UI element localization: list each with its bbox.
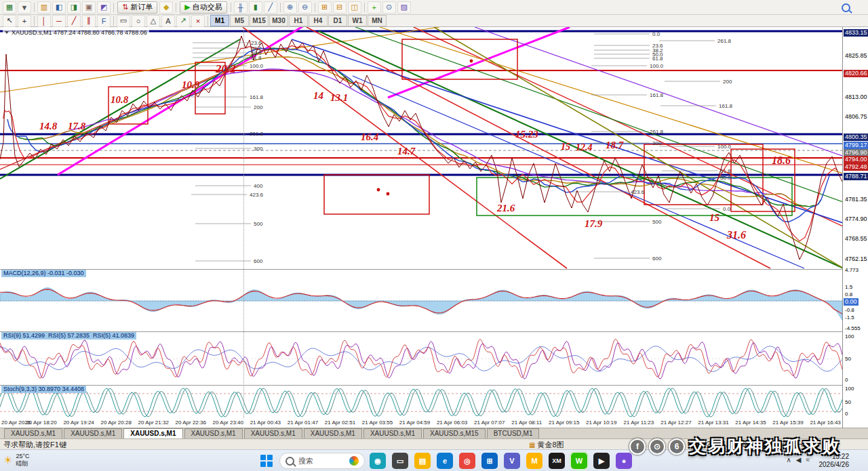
start-button[interactable] [260, 455, 273, 467]
timeframe-w1-button[interactable]: W1 [348, 15, 367, 26]
xm-icon[interactable]: XM [549, 453, 565, 469]
candlestick-icon[interactable]: ▮ [249, 1, 262, 14]
templates-icon[interactable]: ▨ [397, 1, 411, 14]
desktop-icon[interactable]: ▭ [392, 453, 408, 469]
timeframe-mn-button[interactable]: MN [368, 15, 387, 26]
weather-desc: 晴朗 [16, 460, 29, 468]
new-order-button[interactable]: ⇅新订单 [117, 1, 157, 14]
chart-tab[interactable]: XAUUSD.s,M1 [244, 428, 302, 438]
search-icon[interactable] [842, 3, 850, 12]
axis-time-label: 21 Apr 10:19 [586, 419, 616, 426]
fibonacci-icon-glyph-icon: F [102, 17, 106, 25]
chart-tab[interactable]: XAUUSD.s,M1 [304, 428, 362, 438]
watermark-icon: f [629, 438, 646, 455]
strategy-tester-icon-glyph-icon: ◩ [100, 3, 107, 12]
rsi-label: RSI(9) 51.4299 RSI(5) 57.2835 RSI(5) 41.… [1, 332, 136, 340]
wechat-icon[interactable]: W [571, 453, 587, 469]
file-explorer-icon[interactable]: ▤ [414, 453, 431, 469]
axis-price-label: -4.555 [844, 325, 862, 332]
trendline-icon[interactable]: ╱ [67, 15, 81, 27]
taskbar-search[interactable]: 搜索 [279, 453, 365, 469]
indicators-icon[interactable]: + [368, 1, 381, 14]
auto-trading-button[interactable]: ▶自动交易 [180, 1, 226, 14]
timeframe-h1-button[interactable]: H1 [289, 15, 308, 26]
store-icon[interactable]: ⊞ [481, 453, 498, 469]
watermark-icons: f⊙6 [629, 438, 685, 455]
trendline-icon-glyph-icon: ╱ [72, 16, 77, 25]
chart-tab[interactable]: BTCUSD,M1 [487, 428, 540, 438]
arrange-icon[interactable]: ⊟ [333, 1, 347, 14]
cursor-icon[interactable]: ↖ [3, 15, 16, 27]
metaeditor-icon[interactable]: ◆ [159, 1, 173, 14]
chart-tab[interactable]: XAUUSD.s,M1 [64, 428, 122, 438]
horizontal-line-icon[interactable]: ─ [52, 15, 66, 27]
delete-icon[interactable]: × [191, 15, 205, 27]
ellipse-icon[interactable]: ○ [132, 15, 145, 27]
cascade-icon[interactable]: ◫ [348, 1, 361, 14]
timeframe-h4-button[interactable]: H4 [309, 15, 328, 26]
ellipse-icon-glyph-icon: ○ [136, 17, 141, 25]
video-player-icon[interactable]: ▶ [593, 453, 610, 469]
zoom-in-icon-glyph-icon: ⊕ [287, 3, 293, 12]
zoom-in-icon[interactable]: ⊕ [283, 1, 297, 14]
timeframe-d1-button[interactable]: D1 [328, 15, 347, 26]
toolbar-separator [364, 3, 365, 12]
timeframe-m1-button[interactable]: M1 [210, 15, 229, 26]
strategy-tester-icon[interactable]: ◩ [97, 1, 111, 14]
axis-price-label: 50 [844, 355, 852, 363]
timeframe-m15-button[interactable]: M15 [250, 15, 269, 26]
terminal-icon[interactable]: ▣ [82, 1, 96, 14]
browser-icon[interactable]: ◎ [459, 453, 475, 469]
arrows-icon[interactable]: ↗ [176, 15, 190, 27]
chart-tab[interactable]: XAUUSD.s,M1 [184, 428, 243, 438]
zoom-out-icon[interactable]: ⊖ [298, 1, 312, 14]
crosshair-icon[interactable]: + [18, 15, 31, 27]
bar-chart-icon[interactable]: ╫ [234, 1, 248, 14]
text-icon[interactable]: A [161, 15, 175, 27]
macd-panel[interactable] [0, 270, 842, 331]
line-chart-icon[interactable]: ╱ [264, 1, 277, 14]
data-window-icon[interactable]: ◧ [52, 1, 66, 14]
auto-trading-button-label: 自动交易 [193, 2, 222, 12]
timeframe-m5-button[interactable]: M5 [230, 15, 249, 26]
rsi-panel[interactable] [0, 332, 842, 385]
chart-window[interactable]: 20.210.910.814.817.81413.116.414.715.231… [0, 27, 868, 428]
price-chart-canvas[interactable] [0, 27, 842, 269]
widgets-icon[interactable]: ◉ [370, 453, 386, 469]
time-axis: 20 Apr 202620 Apr 18:2020 Apr 19:2420 Ap… [0, 418, 842, 428]
chart-tab[interactable]: XAUUSD.s,M15 [423, 428, 486, 438]
status-help-text: 寻求帮助,请按F1键 [3, 440, 66, 450]
axis-price-label: 4774.90 [844, 216, 868, 223]
metatrader-icon[interactable]: M [526, 453, 542, 469]
chart-tab[interactable]: XAUUSD.s,M1 [4, 428, 62, 438]
indicators-icon-glyph-icon: + [372, 3, 376, 12]
teams-icon[interactable]: V [504, 453, 520, 469]
taskbar-weather[interactable]: ☀ 25°C晴朗 [3, 453, 30, 468]
chart-tab[interactable]: XAUUSD.s,M1 [363, 428, 422, 438]
text-icon-glyph-icon: A [165, 17, 170, 25]
symbol-info: XAUUSD.s,M1 4787.24 4788.80 4786.78 4788… [3, 28, 149, 37]
axis-price-label: 4813.00 [844, 94, 868, 101]
tile-windows-icon[interactable]: ⊞ [318, 1, 332, 14]
navigator-icon[interactable]: ◨ [67, 1, 81, 14]
timeframe-m30-button[interactable]: M30 [269, 15, 288, 26]
status-profile[interactable]: ▦黄金8图 [529, 440, 564, 450]
chart-profiles-icon[interactable]: ▼ [18, 1, 31, 14]
vertical-line-icon[interactable]: │ [37, 15, 51, 27]
periods-icon[interactable]: ⊙ [382, 1, 396, 14]
new-chart-icon[interactable]: ▦ [3, 1, 16, 14]
chart-tab[interactable]: XAUUSD.s,M1 [123, 428, 182, 438]
shapes-icon[interactable]: ▭ [117, 15, 130, 27]
edge-icon[interactable]: e [437, 453, 453, 469]
triangle-icon[interactable]: △ [146, 15, 160, 27]
horizontal-line-icon-glyph-icon: ─ [56, 17, 62, 25]
stoch-panel[interactable] [0, 386, 842, 418]
axis-price-label: 0.00 [844, 298, 859, 306]
channel-icon[interactable]: ∥ [82, 15, 96, 27]
fibonacci-icon[interactable]: F [97, 15, 111, 27]
axis-time-label: 21 Apr 08:11 [511, 419, 542, 426]
market-watch-icon[interactable]: ▥ [37, 1, 51, 14]
arrows-icon-glyph-icon: ↗ [180, 16, 186, 25]
collapse-caret-icon[interactable] [5, 31, 9, 34]
watermark: f⊙6 交易财神独孤求败 [629, 435, 841, 457]
